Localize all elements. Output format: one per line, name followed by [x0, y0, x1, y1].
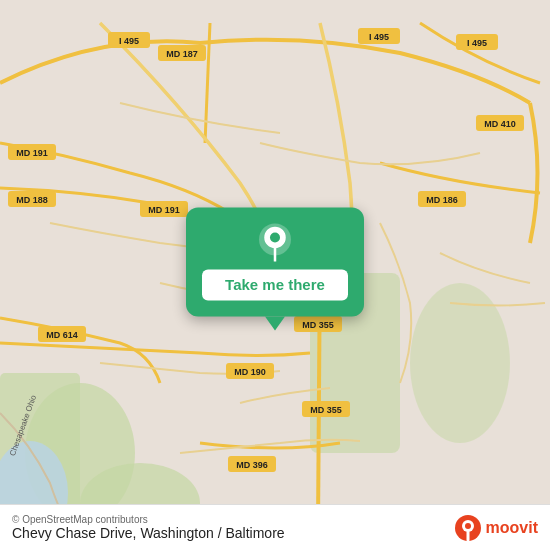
moovit-logo: moovit	[454, 514, 538, 542]
svg-text:MD 191: MD 191	[148, 205, 180, 215]
svg-text:I 495: I 495	[369, 32, 389, 42]
svg-text:I 495: I 495	[119, 36, 139, 46]
svg-text:MD 190: MD 190	[234, 367, 266, 377]
svg-text:MD 396: MD 396	[236, 460, 268, 470]
take-me-there-button[interactable]: Take me there	[202, 269, 348, 300]
svg-point-4	[410, 283, 510, 443]
copyright-text: © OpenStreetMap contributors	[12, 514, 285, 525]
svg-text:MD 191: MD 191	[16, 148, 48, 158]
svg-point-38	[270, 232, 280, 242]
svg-text:MD 187: MD 187	[166, 49, 198, 59]
svg-text:MD 188: MD 188	[16, 195, 48, 205]
bottom-info: © OpenStreetMap contributors Chevy Chase…	[12, 514, 285, 541]
map-container: I 495 I 495 I 495 MD 187 MD 410 MD 191 M…	[0, 0, 550, 550]
svg-text:MD 186: MD 186	[426, 195, 458, 205]
popup-card: Take me there	[186, 207, 364, 316]
svg-text:I 495: I 495	[467, 38, 487, 48]
svg-text:MD 355: MD 355	[302, 320, 334, 330]
svg-point-41	[465, 523, 471, 529]
bottom-bar: © OpenStreetMap contributors Chevy Chase…	[0, 504, 550, 550]
moovit-label: moovit	[486, 519, 538, 537]
moovit-icon	[454, 514, 482, 542]
location-pin-icon	[255, 221, 295, 261]
svg-text:MD 614: MD 614	[46, 330, 78, 340]
location-text: Chevy Chase Drive, Washington / Baltimor…	[12, 525, 285, 541]
svg-text:MD 410: MD 410	[484, 119, 516, 129]
svg-text:MD 355: MD 355	[310, 405, 342, 415]
